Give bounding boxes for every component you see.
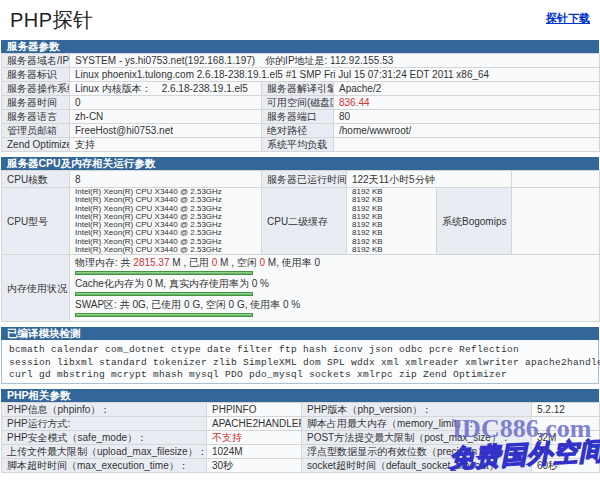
compiled-modules-list: bcmath calendar com_dotnet ctype date fi…: [1, 340, 599, 384]
php-label: PHP版本（php_version）：: [302, 403, 532, 417]
server-row: 服务器操作系统Linux 内核版本： 2.6.18-238.19.1.el5服务…: [2, 82, 600, 96]
server-value: [334, 138, 600, 152]
server-value: FreeHost@hi0753.net: [70, 124, 262, 138]
server-row: 服务器域名/IP地址SYSTEM - ys.hi0753.net(192.168…: [2, 54, 600, 68]
server-row: Zend Optimizer支持系统平均负载: [2, 138, 600, 152]
cpu-l2-label: CPU二级缓存: [262, 188, 347, 255]
php-row: PHP信息（phpinfo）：PHPINFOPHP版本（php_version）…: [2, 403, 600, 417]
bogomips-label: 系统Bogomips: [437, 188, 512, 255]
php-label: PHP安全模式（safe_mode）：: [2, 431, 207, 445]
section-header-php: PHP相关参数: [1, 389, 599, 402]
server-label: 系统平均负载: [262, 138, 334, 152]
memory-usage-segment: SWAP区: 共 0G, 已使用 0 G, 空闲 0 G, 使用率 0 %: [75, 299, 300, 310]
php-value: 32M: [532, 431, 600, 445]
server-label: Zend Optimizer: [2, 138, 70, 152]
server-value: 836.44: [334, 96, 600, 110]
php-probe-page: PHP探针 探针下载 服务器参数 服务器域名/IP地址SYSTEM - ys.h…: [0, 0, 600, 482]
section-php-params: PHP相关参数 PHP信息（phpinfo）：PHPINFOPHP版本（php_…: [1, 389, 599, 473]
memory-usage-detail: 物理内存: 共 2815.37 M , 已用 0 M , 空闲 0 M, 使用率…: [70, 255, 600, 322]
php-label: 脚本超时时间（max_execution_time）：: [2, 459, 207, 473]
server-value: Apache/2: [334, 82, 600, 96]
memory-usage-segment: Cache化内存为 0 M, 真实内存使用率为 0 %: [75, 278, 269, 289]
server-value: Linux phoenix1.tulong.com 2.6.18-238.19.…: [70, 68, 600, 82]
section-header-server: 服务器参数: [1, 40, 599, 53]
section-cpu-memory: 服务器CPU及内存相关运行参数 CPU核数8服务器已运行时间122天11小时5分…: [1, 157, 599, 322]
server-label: 服务器域名/IP地址: [2, 54, 70, 68]
php-label: POST方法提交最大限制（post_max_size）：: [302, 431, 532, 445]
php-row: PHP运行方式:APACHE2HANDLER脚本占用最大内存（memory_li…: [2, 417, 600, 431]
section-server-params: 服务器参数 服务器域名/IP地址SYSTEM - ys.hi0753.net(1…: [1, 40, 599, 152]
php-value: 5.2.12: [532, 403, 600, 417]
section-header-modules: 已编译模块检测: [1, 327, 599, 340]
top-bar: PHP探针 探针下载: [0, 0, 600, 40]
server-row: 服务器标识Linux phoenix1.tulong.com 2.6.18-23…: [2, 68, 600, 82]
php-value: 14: [532, 445, 600, 459]
memory-usage-segment: M, 使用率 0: [265, 257, 320, 268]
cpu-model-label: CPU型号: [2, 188, 70, 255]
php-label: PHP运行方式:: [2, 417, 207, 431]
php-value: APACHE2HANDLER: [207, 417, 302, 431]
uptime-value: 122天11小时5分钟: [347, 171, 512, 188]
memory-usage-segment: 物理内存: 共: [75, 257, 133, 268]
server-label: 服务器标识: [2, 68, 70, 82]
cpu-cores-row: CPU核数8服务器已运行时间122天11小时5分钟: [2, 171, 600, 188]
server-label: 绝对路径: [262, 124, 334, 138]
php-value: PHPINFO: [207, 403, 302, 417]
server-value: /home/wwwroot/: [334, 124, 600, 138]
cpu-model-line: Intel(R) Xeon(R) CPU X3440 @ 2.53GHz: [75, 246, 256, 254]
server-label: 服务器端口: [262, 110, 334, 124]
empty-cell: [512, 171, 600, 188]
memory-usage-text: Cache化内存为 0 M, 真实内存使用率为 0 %: [75, 278, 594, 290]
module-line: curl gd mbstring mcrypt mhash mysql PDO …: [9, 369, 591, 382]
php-value: 1024M: [207, 445, 302, 459]
php-row: 上传文件最大限制（upload_max_filesize）：1024M浮点型数据…: [2, 445, 600, 459]
server-value: 80: [334, 110, 600, 124]
server-label: 服务器语言: [2, 110, 70, 124]
module-line: bcmath calendar com_dotnet ctype date fi…: [9, 344, 591, 357]
memory-usage-row: 内存使用状况物理内存: 共 2815.37 M , 已用 0 M , 空闲 0 …: [2, 255, 600, 322]
php-value: 30秒: [207, 459, 302, 473]
server-row: 服务器时间0可用空间(磁盘区)836.44: [2, 96, 600, 110]
php-value: 不支持: [207, 431, 302, 445]
php-row: 脚本超时时间（max_execution_time）：30秒socket超时时间…: [2, 459, 600, 473]
cpu-l2-line: 8192 KB: [352, 246, 431, 254]
page-title: PHP探针: [10, 7, 94, 34]
server-value: SYSTEM - ys.hi0753.net(192.168.1.197) 你的…: [70, 54, 600, 68]
cpu-l2-list: 8192 KB8192 KB8192 KB8192 KB8192 KB8192 …: [347, 188, 437, 255]
memory-usage-bar: [75, 292, 253, 296]
cpu-model-row: CPU型号Intel(R) Xeon(R) CPU X3440 @ 2.53GH…: [2, 188, 600, 255]
memory-usage-segment: M , 空闲: [217, 257, 259, 268]
memory-usage-text: 物理内存: 共 2815.37 M , 已用 0 M , 空闲 0 M, 使用率…: [75, 257, 594, 269]
php-label: 浮点型数据显示的有效位数（precision）：: [302, 445, 532, 459]
memory-usage-label: 内存使用状况: [2, 255, 70, 322]
cpu-model-list: Intel(R) Xeon(R) CPU X3440 @ 2.53GHzInte…: [70, 188, 262, 255]
php-label: socket超时时间（default_socket_timeout）：: [302, 459, 532, 473]
bogomips-value: [512, 188, 600, 255]
memory-usage-segment: 2815.37: [133, 257, 169, 268]
server-value: 支持: [70, 138, 262, 152]
server-label: 管理员邮箱: [2, 124, 70, 138]
php-value: 60秒: [532, 459, 600, 473]
server-label: 服务器解译引擎: [262, 82, 334, 96]
probe-download-link[interactable]: 探针下载: [546, 11, 590, 26]
section-header-cpu: 服务器CPU及内存相关运行参数: [1, 157, 599, 170]
memory-usage-bar: [75, 313, 253, 317]
server-row: 服务器语言zh-CN服务器端口80: [2, 110, 600, 124]
cpu-memory-table: CPU核数8服务器已运行时间122天11小时5分钟CPU型号Intel(R) X…: [1, 170, 600, 322]
server-label: 服务器操作系统: [2, 82, 70, 96]
php-params-table: PHP信息（phpinfo）：PHPINFOPHP版本（php_version）…: [1, 402, 600, 473]
server-params-table: 服务器域名/IP地址SYSTEM - ys.hi0753.net(192.168…: [1, 53, 600, 152]
memory-usage-text: SWAP区: 共 0G, 已使用 0 G, 空闲 0 G, 使用率 0 %: [75, 299, 594, 311]
php-label: 脚本占用最大内存（memory_limit）：: [302, 417, 532, 431]
server-label: 可用空间(磁盘区): [262, 96, 334, 110]
php-label: 上传文件最大限制（upload_max_filesize）：: [2, 445, 207, 459]
section-modules: 已编译模块检测 bcmath calendar com_dotnet ctype…: [1, 327, 599, 384]
php-value: [532, 417, 600, 431]
server-value: zh-CN: [70, 110, 262, 124]
uptime-label: 服务器已运行时间: [262, 171, 347, 188]
php-row: PHP安全模式（safe_mode）：不支持POST方法提交最大限制（post_…: [2, 431, 600, 445]
cpu-cores-value: 8: [70, 171, 262, 188]
memory-usage-bar: [75, 271, 253, 275]
server-value: 0: [70, 96, 262, 110]
php-label: PHP信息（phpinfo）：: [2, 403, 207, 417]
